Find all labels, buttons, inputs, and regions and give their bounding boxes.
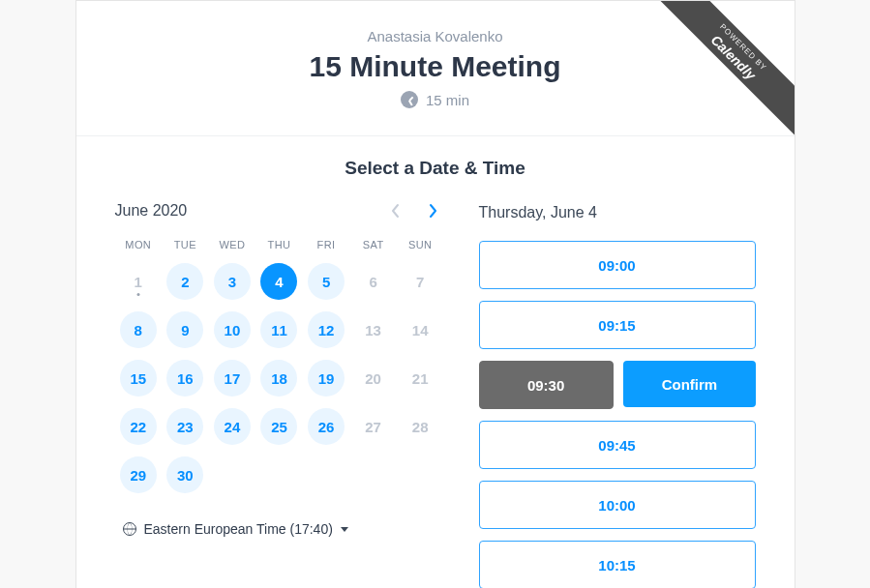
calendar-day: 14 bbox=[402, 311, 438, 348]
caret-down-icon bbox=[341, 527, 348, 532]
calendar-day-cell: 28 bbox=[397, 407, 444, 446]
weekday-label: MON bbox=[115, 235, 163, 254]
calendar-day-cell: 3 bbox=[209, 262, 256, 301]
calendar-day[interactable]: 17 bbox=[214, 360, 251, 397]
scheduling-widget: POWERED BY Calendly Anastasia Kovalenko … bbox=[75, 0, 795, 588]
calendar-day[interactable]: 25 bbox=[260, 408, 297, 445]
calendar-day-cell bbox=[255, 456, 303, 494]
time-slot-row: 09:45 bbox=[479, 421, 756, 469]
calendar-week-row: 1234567 bbox=[115, 262, 444, 301]
calendar-day-cell: 11 bbox=[255, 310, 303, 349]
calendar-day[interactable]: 19 bbox=[308, 360, 345, 397]
calendar-day-cell: 6 bbox=[349, 262, 397, 301]
calendar-day[interactable]: 9 bbox=[166, 311, 203, 348]
duration-row: 15 min bbox=[401, 91, 469, 108]
time-slot-button[interactable]: 10:00 bbox=[479, 481, 756, 529]
time-slot-list: 09:0009:1509:30Confirm09:4510:0010:15 bbox=[479, 241, 756, 588]
calendar-day[interactable]: 23 bbox=[166, 408, 203, 445]
time-slot-button[interactable]: 09:15 bbox=[479, 301, 756, 349]
calendar-day-cell: 7 bbox=[397, 262, 444, 301]
calendar-day-cell bbox=[349, 456, 397, 494]
calendar-day-cell: 14 bbox=[397, 310, 444, 349]
calendar-day[interactable]: 15 bbox=[120, 360, 157, 397]
calendar-day-cell: 4 bbox=[255, 262, 303, 301]
next-month-button[interactable] bbox=[425, 203, 440, 219]
month-row: June 2020 bbox=[115, 202, 444, 220]
body: Select a Date & Time June 2020 MONTUEW bbox=[76, 136, 795, 588]
calendar-day: 21 bbox=[402, 360, 438, 397]
calendar-day-cell: 20 bbox=[349, 359, 397, 397]
calendar-day-cell: 29 bbox=[115, 456, 163, 494]
calendar-day: 13 bbox=[355, 311, 392, 348]
time-slot-button[interactable]: 10:15 bbox=[479, 541, 756, 588]
timezone-selector[interactable]: Eastern European Time (17:40) bbox=[115, 521, 348, 537]
calendar-day[interactable]: 26 bbox=[308, 408, 345, 445]
time-slot-row: 10:15 bbox=[479, 541, 756, 588]
chevron-left-icon bbox=[391, 203, 401, 219]
time-slot-row: 10:00 bbox=[479, 481, 756, 529]
calendar-week-row: 891011121314 bbox=[115, 310, 444, 349]
calendar-day[interactable]: 3 bbox=[214, 263, 251, 300]
weekday-label: FRI bbox=[303, 235, 350, 254]
calendar-day[interactable]: 2 bbox=[166, 263, 203, 300]
calendar-day-cell: 22 bbox=[115, 407, 163, 446]
time-slot-row: 09:30Confirm bbox=[479, 361, 756, 409]
calendar-day-cell bbox=[397, 456, 444, 494]
calendar-day[interactable]: 10 bbox=[214, 311, 251, 348]
calendar-day-cell: 19 bbox=[303, 359, 350, 397]
section-title: Select a Date & Time bbox=[115, 158, 756, 179]
time-slot-row: 09:15 bbox=[479, 301, 756, 349]
clock-icon bbox=[401, 91, 418, 108]
duration-text: 15 min bbox=[426, 92, 469, 108]
time-slot-button[interactable]: 09:45 bbox=[479, 421, 756, 469]
meeting-title: 15 Minute Meeting bbox=[96, 50, 775, 83]
calendar-day: 28 bbox=[402, 408, 438, 445]
weekday-label: TUE bbox=[162, 235, 209, 254]
timezone-label: Eastern European Time (17:40) bbox=[144, 521, 333, 537]
calendar-day-cell: 16 bbox=[162, 359, 209, 397]
calendar-day[interactable]: 29 bbox=[120, 456, 157, 493]
calendar-week-row: 15161718192021 bbox=[115, 359, 444, 397]
calendar-day[interactable]: 11 bbox=[260, 311, 297, 348]
weekday-header: MONTUEWEDTHUFRISATSUN bbox=[115, 235, 444, 254]
calendar-day-cell: 8 bbox=[115, 310, 163, 349]
host-name: Anastasia Kovalenko bbox=[96, 28, 775, 44]
calendar-day[interactable]: 4 bbox=[260, 263, 297, 300]
calendar-day-cell: 12 bbox=[303, 310, 350, 349]
calendar-day[interactable]: 24 bbox=[214, 408, 251, 445]
calendar-day-cell bbox=[209, 456, 256, 494]
calendar-day[interactable]: 18 bbox=[260, 360, 297, 397]
month-nav bbox=[388, 203, 444, 219]
calendar-day-cell: 24 bbox=[209, 407, 256, 446]
calendar-day: 20 bbox=[355, 360, 392, 397]
calendar-day-cell: 5 bbox=[303, 262, 350, 301]
time-slot-button[interactable]: 09:00 bbox=[479, 241, 756, 289]
calendar-day[interactable]: 12 bbox=[308, 311, 345, 348]
month-label: June 2020 bbox=[115, 202, 188, 220]
calendar-column: June 2020 MONTUEWEDTHUFRISATSUN 12345678… bbox=[115, 202, 444, 588]
weekday-label: WED bbox=[209, 235, 256, 254]
calendar-day[interactable]: 5 bbox=[308, 263, 345, 300]
calendar-day-cell: 10 bbox=[209, 310, 256, 349]
calendar-day[interactable]: 16 bbox=[166, 360, 203, 397]
calendar-day-cell: 30 bbox=[162, 456, 209, 494]
confirm-button[interactable]: Confirm bbox=[623, 361, 756, 407]
calendar-day-cell: 1 bbox=[115, 262, 163, 301]
globe-icon bbox=[123, 522, 136, 536]
calendar-day-cell: 2 bbox=[162, 262, 209, 301]
calendar-day: 27 bbox=[355, 408, 392, 445]
calendar-day-cell: 27 bbox=[349, 407, 397, 446]
calendar-day[interactable]: 30 bbox=[166, 456, 203, 493]
prev-month-button[interactable] bbox=[388, 203, 404, 219]
calendar-day[interactable]: 22 bbox=[120, 408, 157, 445]
time-slot-row: 09:00 bbox=[479, 241, 756, 289]
time-slot-button[interactable]: 09:30 bbox=[479, 361, 614, 409]
calendar-day-cell: 9 bbox=[162, 310, 209, 349]
calendar-day: 6 bbox=[355, 263, 392, 300]
times-column: Thursday, June 4 09:0009:1509:30Confirm0… bbox=[479, 202, 756, 588]
calendar-day-cell: 21 bbox=[397, 359, 444, 397]
calendar-day[interactable]: 8 bbox=[120, 311, 157, 348]
weekday-label: SAT bbox=[349, 235, 397, 254]
today-indicator bbox=[136, 293, 139, 296]
calendar-day: 7 bbox=[402, 263, 438, 300]
